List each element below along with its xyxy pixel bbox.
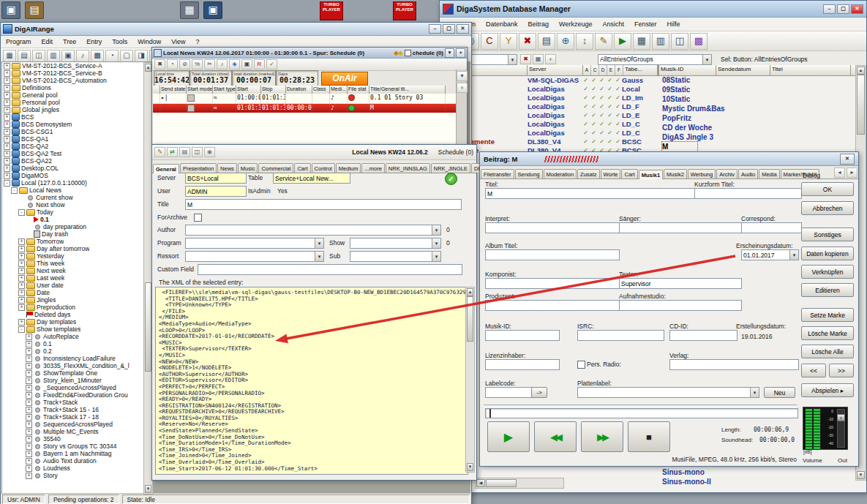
tree-expander[interactable]: + [26, 370, 32, 377]
tree-item[interactable]: +Track+Stack [2, 399, 152, 406]
add-icon[interactable]: ＋ [545, 54, 556, 64]
tree-expander[interactable]: + [18, 297, 25, 304]
document-icon[interactable]: ▢ [120, 50, 133, 62]
wand-icon[interactable]: Y [500, 33, 517, 50]
xml-scrollbar[interactable]: ▲ ▼ [465, 287, 475, 473]
clear-filter-icon[interactable]: ✖ [520, 54, 531, 64]
tree-item[interactable]: +0.2 [2, 347, 152, 355]
button-sonstiges[interactable]: Sonstiges [801, 227, 854, 241]
tree-item[interactable]: +30335_FlexXML_condition_&_l [2, 362, 152, 369]
tree-expander[interactable]: + [26, 356, 32, 362]
dbm-entry-row[interactable]: Mystic Drum&Bas [661, 104, 855, 113]
tab-commercial[interactable]: Commercial [258, 163, 293, 173]
tree-item[interactable]: +Bayern 1 am Nachmittag [2, 450, 152, 457]
tree-expander[interactable]: + [4, 107, 10, 113]
tree-expander[interactable]: + [18, 275, 25, 282]
forbid-icon[interactable]: ⊘ [179, 59, 190, 69]
dbm-table-row[interactable]: llectionLocalDigas✓✓✓✓✓LD_C [440, 128, 659, 137]
button-ok[interactable]: OK [801, 182, 854, 196]
tree-expander[interactable]: + [26, 473, 32, 479]
tree-expander[interactable]: - [18, 209, 25, 216]
tree-expander[interactable]: + [4, 85, 10, 91]
tree-expander[interactable]: + [4, 129, 10, 135]
table-icon[interactable]: ▥ [652, 33, 669, 50]
tree-item[interactable]: +0.1 [2, 340, 152, 347]
volume-slider-handle[interactable]: ≡ [837, 414, 845, 421]
tree-item[interactable]: +Current show [2, 194, 152, 201]
tree-item[interactable]: +Last week [2, 274, 152, 282]
play-icon[interactable]: ▶ [614, 33, 631, 50]
horizontal-scrollbar[interactable]: ◀ [475, 478, 564, 489]
column-header-flag[interactable]: D [599, 65, 607, 75]
monitor-icon[interactable]: ▣ [203, 1, 222, 19]
tab-more[interactable]: ...more [361, 163, 384, 173]
tree-item[interactable]: +0.1 [2, 216, 152, 223]
check-icon[interactable]: ✓ [266, 59, 277, 69]
button-l-sche-alle[interactable]: Lösche Alle [801, 345, 854, 358]
column-header-musikid[interactable]: Musik-ID [659, 65, 716, 75]
labelcode-field[interactable] [485, 387, 533, 398]
dbm-entry-row[interactable]: M [661, 142, 855, 151]
maximize-button[interactable]: ▢ [837, 4, 849, 14]
album-field[interactable] [485, 249, 620, 260]
cut-icon[interactable]: ✂ [204, 59, 215, 69]
dbm-table-row[interactable]: portLocalDigas✓✓✓✓✓LD_Im [440, 93, 659, 102]
column-header[interactable]: File stat [348, 86, 369, 94]
scrollbar-thumb[interactable] [467, 296, 473, 342]
tree-expander[interactable]: + [26, 334, 32, 340]
tree-item[interactable]: +ShowTemplate One [2, 369, 152, 377]
tree-expander[interactable]: + [26, 363, 32, 369]
dbm-entry-row[interactable]: Sinus-mono-II [661, 477, 855, 486]
isrc-field[interactable] [577, 330, 664, 341]
tree-expander[interactable]: + [26, 443, 32, 450]
dbm-entry-row[interactable]: 08Static [661, 75, 855, 85]
tree-item[interactable]: +Day templates [2, 318, 152, 326]
audio-icon[interactable]: ♪ [76, 50, 89, 62]
verlag-field[interactable] [669, 359, 799, 370]
percent-icon[interactable]: % [192, 59, 203, 69]
scroll-down-icon[interactable]: ▼ [857, 471, 865, 479]
musikid-field[interactable] [485, 330, 560, 341]
day-list-icon[interactable]: ▤ [18, 50, 31, 62]
tree-item[interactable]: +VM-ST-2012-BCS_Automation [2, 77, 152, 84]
tab-cart[interactable]: Cart [294, 163, 310, 173]
tree-expander[interactable]: + [26, 465, 32, 472]
tab-werbung[interactable]: Werbung [688, 169, 716, 178]
menu-fenster[interactable]: Fenster [629, 19, 662, 29]
tree-item[interactable]: +Next show [2, 201, 152, 208]
tree-expander[interactable]: + [18, 282, 25, 289]
tree-item[interactable]: +VM-ST-2012-BCS_Service-B [2, 69, 152, 77]
button-abbrechen[interactable]: Abbrechen [801, 201, 854, 215]
cdid-field[interactable] [669, 330, 737, 341]
button-l-sche-marke[interactable]: Lösche Marke [801, 326, 854, 340]
dbm-entry-row[interactable]: DigAS Jingle 3 [661, 132, 855, 142]
tree-expander[interactable]: + [26, 348, 32, 355]
tab-nrkjingle[interactable]: NRK_JINGLE [431, 163, 470, 173]
column-header-server[interactable]: Server [528, 65, 583, 75]
labelcode-apply-button[interactable]: -> [531, 387, 547, 398]
menu-window[interactable]: Window [132, 37, 166, 47]
column-header-flag[interactable]: C [591, 65, 599, 75]
colors-icon[interactable]: ▩ [690, 33, 708, 50]
tree-item[interactable]: +Definitions [2, 84, 152, 91]
column-header[interactable]: Medi... [330, 86, 348, 94]
lizenzinhaber-field[interactable] [485, 359, 560, 370]
digairange-titlebar[interactable]: DigAIRange – ▢ ✕ [1, 23, 471, 36]
tree-expander[interactable]: + [18, 304, 25, 311]
tab-musik1[interactable]: Musik1 [639, 170, 663, 179]
grid-filter-icon[interactable]: ▦ [533, 54, 544, 64]
clock-icon[interactable]: ◔ [105, 50, 119, 62]
tree-expander[interactable]: + [4, 165, 10, 172]
onair-button[interactable]: OnAir [321, 72, 368, 86]
menu-ansicht[interactable]: Ansicht [597, 19, 629, 29]
tree-expander[interactable]: + [26, 377, 32, 384]
column-header-table[interactable]: Tabe... [623, 65, 658, 75]
tree-item[interactable]: +DigaMOS [2, 172, 152, 179]
tab-music[interactable]: Music [238, 163, 258, 173]
tree-item[interactable]: +BCS [2, 113, 152, 121]
playhead-cursor[interactable] [489, 409, 491, 418]
print-icon[interactable]: ▤ [538, 33, 555, 50]
tree-item[interactable]: +User date [2, 282, 152, 289]
tree-item[interactable]: -Show templates [2, 326, 152, 333]
schedule-row[interactable]: ▸|≈01:00:0001:01:30♪0.1 01 Story 03 [153, 94, 456, 104]
